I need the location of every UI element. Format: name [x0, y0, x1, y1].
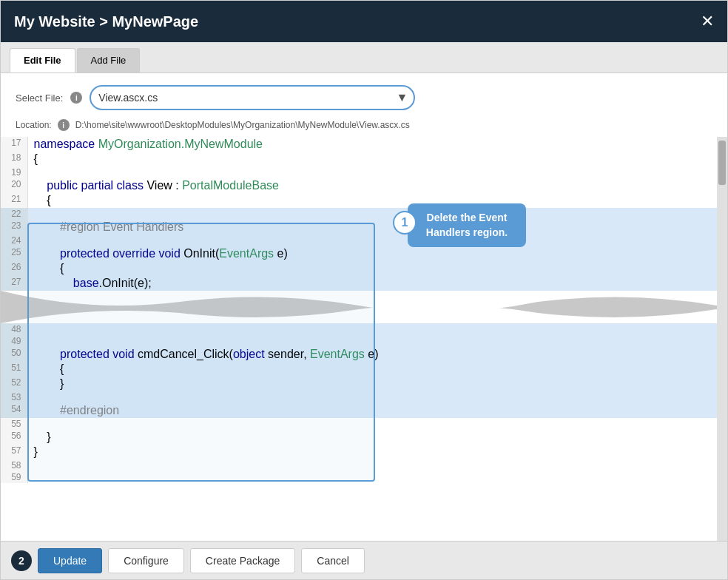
location-label: Location:	[16, 120, 52, 130]
location-info-icon[interactable]: i	[58, 119, 70, 131]
table-row: 26 {	[1, 261, 717, 276]
file-select-dropdown[interactable]: View.ascx.cs View.ascx Settings.ascx.cs	[90, 85, 415, 110]
step-2-badge: 2	[11, 550, 32, 571]
table-row: 27 base.OnInit(e);	[1, 276, 717, 291]
file-select-info-icon[interactable]: i	[70, 92, 82, 104]
table-row: 17 namespace MyOrganization.MyNewModule	[1, 137, 717, 152]
table-row: 56 }	[1, 430, 717, 445]
vertical-scrollbar[interactable]	[717, 137, 727, 541]
table-row: 25 protected override void OnInit(EventA…	[1, 246, 717, 261]
code-table-lower: 48 49 50 protected void cmdCancel_Click(…	[1, 323, 717, 483]
table-row: 22	[1, 208, 717, 220]
code-scroll[interactable]: 17 namespace MyOrganization.MyNewModule …	[1, 137, 717, 541]
editor-area: 17 namespace MyOrganization.MyNewModule …	[1, 137, 727, 541]
location-bar: Location: i D:\home\site\wwwroot\Desktop…	[1, 116, 727, 137]
wave-svg-upper	[1, 291, 717, 323]
table-row: 23 #region Event Handlers	[1, 220, 717, 235]
file-select-label: Select File:	[16, 92, 63, 104]
table-row: 20 public partial class View : PortalMod…	[1, 178, 717, 193]
callout-bubble: Delete the Event Handlers region.	[408, 203, 526, 247]
close-button[interactable]: ✕	[701, 13, 714, 30]
configure-button[interactable]: Configure	[108, 548, 184, 573]
modal-container: My Website > MyNewPage ✕ Edit File Add F…	[0, 0, 728, 580]
create-package-button[interactable]: Create Package	[190, 548, 295, 573]
table-row: 55	[1, 418, 717, 430]
table-row: 52 }	[1, 377, 717, 391]
table-row: 50 protected void cmdCancel_Click(object…	[1, 347, 717, 362]
scrollbar-thumb[interactable]	[718, 141, 726, 185]
table-row: 18 {	[1, 152, 717, 166]
table-row: 57 }	[1, 445, 717, 459]
table-row: 53	[1, 391, 717, 403]
step-1-badge: 1	[393, 211, 417, 235]
table-row: 54 #endregion	[1, 403, 717, 418]
modal-title: My Website > MyNewPage	[14, 13, 198, 30]
table-row: 59	[1, 471, 717, 483]
file-select-bar: Select File: i View.ascx.cs View.ascx Se…	[1, 73, 727, 116]
wave-break-upper	[1, 291, 717, 323]
table-row: 48	[1, 323, 717, 335]
file-dropdown-wrapper: View.ascx.cs View.ascx Settings.ascx.cs …	[90, 85, 415, 110]
table-row: 51 {	[1, 362, 717, 377]
table-row: 21 {	[1, 193, 717, 208]
footer-buttons: 2 Update Configure Create Package Cancel	[1, 541, 727, 579]
update-button[interactable]: Update	[38, 548, 102, 573]
callout-text: Delete the Event Handlers region.	[426, 212, 508, 238]
tab-bar: Edit File Add File	[1, 42, 727, 73]
tab-add-file[interactable]: Add File	[77, 48, 141, 72]
modal-header: My Website > MyNewPage ✕	[1, 1, 727, 42]
table-row: 19	[1, 166, 717, 178]
cancel-button[interactable]: Cancel	[301, 548, 365, 573]
location-path: D:\home\site\wwwroot\DesktopModules\MyOr…	[75, 120, 410, 130]
editor-container: 17 namespace MyOrganization.MyNewModule …	[1, 137, 727, 541]
table-row: 24	[1, 235, 717, 246]
tab-edit-file[interactable]: Edit File	[10, 48, 75, 72]
table-row: 58	[1, 459, 717, 471]
table-row: 49	[1, 335, 717, 347]
code-table-upper: 17 namespace MyOrganization.MyNewModule …	[1, 137, 717, 291]
